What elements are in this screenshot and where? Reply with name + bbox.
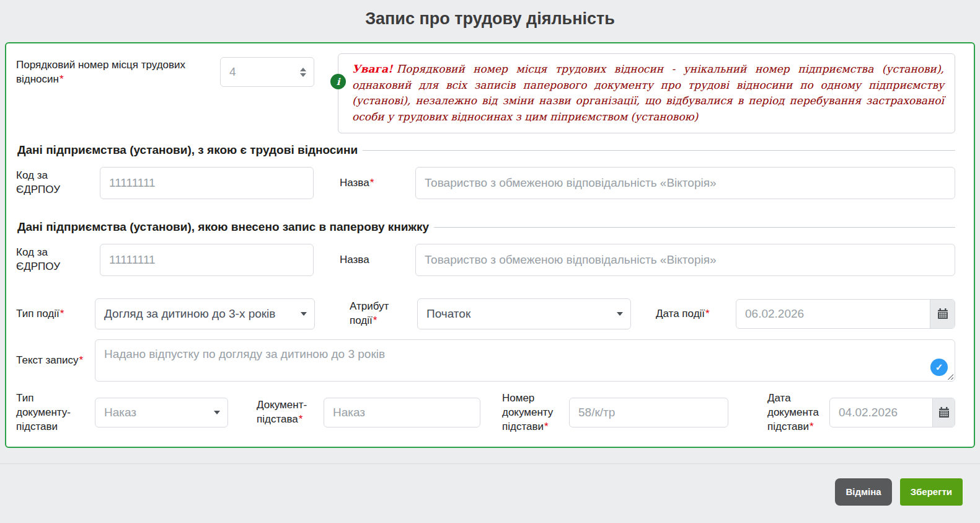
record-text-label-text: Текст запису bbox=[16, 354, 78, 366]
spinner-down-icon[interactable] bbox=[300, 73, 306, 77]
edrpou-input[interactable] bbox=[109, 253, 306, 267]
name-input[interactable] bbox=[425, 253, 947, 267]
doc-base-field[interactable] bbox=[324, 398, 480, 427]
required-marker: * bbox=[544, 421, 549, 432]
event-type-label: Тип події* bbox=[16, 307, 86, 321]
seq-number-label-text: Порядковий номер місця трудових відносин bbox=[16, 59, 185, 85]
number-spinner[interactable] bbox=[300, 68, 306, 77]
doc-date-calendar-button[interactable] bbox=[932, 398, 955, 427]
edrpou-field[interactable] bbox=[100, 244, 314, 276]
event-type-label-text: Тип події bbox=[16, 308, 60, 320]
name-field[interactable] bbox=[415, 244, 955, 276]
event-date-group bbox=[736, 299, 955, 329]
employer-writer-row: Код за ЄДРПОУ Назва bbox=[16, 244, 955, 276]
save-button[interactable]: Зберегти bbox=[900, 478, 963, 506]
event-date-input[interactable] bbox=[736, 300, 930, 328]
event-type-value: Догляд за дитиною до 3-х років bbox=[104, 307, 275, 321]
doc-date-input[interactable] bbox=[830, 398, 932, 427]
required-marker: * bbox=[60, 73, 64, 85]
record-text-area[interactable]: Надано відпустку по догляду за дитиною д… bbox=[95, 339, 955, 382]
employment-record-form: Порядковий номер місця трудових відносин… bbox=[5, 42, 975, 448]
cancel-button[interactable]: Відміна bbox=[835, 478, 891, 506]
name-field[interactable] bbox=[415, 167, 955, 199]
required-marker: * bbox=[370, 177, 374, 189]
event-date-calendar-button[interactable] bbox=[930, 300, 955, 328]
sequence-row: Порядковий номер місця трудових відносин… bbox=[16, 53, 955, 133]
calendar-icon bbox=[937, 308, 948, 320]
event-attribute-label: Атрибут події* bbox=[350, 300, 409, 328]
edrpou-label: Код за ЄДРПОУ bbox=[16, 169, 86, 197]
warning-box: Увага!Порядковий номер місця трудових ві… bbox=[338, 53, 955, 133]
edrpou-input[interactable] bbox=[109, 176, 306, 190]
doc-number-label: Номер документу підстави* bbox=[502, 391, 562, 434]
event-row: Тип події* Догляд за дитиною до 3-х рокі… bbox=[16, 298, 955, 329]
required-marker: * bbox=[705, 308, 710, 320]
required-marker: * bbox=[79, 354, 83, 366]
name-label-text: Назва bbox=[340, 177, 369, 189]
warning-prefix: Увага! bbox=[352, 63, 393, 75]
warning-text: Порядковий номер місця трудових відносин… bbox=[352, 63, 944, 123]
doc-date-label: Дата документа підстави* bbox=[767, 391, 823, 434]
chevron-down-icon bbox=[617, 312, 623, 316]
doc-type-select[interactable]: Наказ bbox=[95, 398, 228, 427]
chevron-down-icon bbox=[301, 312, 307, 316]
event-attribute-select[interactable]: Початок bbox=[417, 298, 631, 329]
seq-number-field[interactable] bbox=[220, 57, 314, 87]
employer-writer-fieldset: Дані підприємства (установи), якою внесе… bbox=[16, 220, 955, 287]
required-marker: * bbox=[60, 308, 64, 320]
document-row: Тип документу-підстави Наказ Документ-пі… bbox=[16, 391, 955, 434]
record-text-wrap: Надано відпустку по догляду за дитиною д… bbox=[95, 339, 955, 382]
required-marker: * bbox=[299, 413, 303, 425]
event-date-label-text: Дата події bbox=[656, 308, 705, 320]
action-bar: Відміна Зберегти bbox=[0, 464, 980, 506]
check-badge-icon: ✓ bbox=[930, 359, 948, 376]
record-text-row: Текст запису* Надано відпустку по догляд… bbox=[16, 339, 955, 382]
seq-number-label: Порядковий номер місця трудових відносин… bbox=[16, 53, 205, 87]
doc-number-field[interactable] bbox=[569, 398, 728, 427]
event-date-label: Дата події* bbox=[656, 307, 729, 321]
doc-base-input[interactable] bbox=[333, 406, 472, 419]
edrpou-field[interactable] bbox=[100, 167, 314, 199]
name-label: Назва bbox=[340, 253, 399, 267]
required-marker: * bbox=[810, 421, 814, 432]
employer-writer-legend: Дані підприємства (установи), якою внесе… bbox=[16, 220, 434, 234]
event-attribute-label-text: Атрибут події bbox=[350, 300, 389, 326]
info-icon: i bbox=[330, 74, 346, 89]
required-marker: * bbox=[373, 315, 377, 326]
employer-current-row: Код за ЄДРПОУ Назва* bbox=[16, 167, 955, 199]
page-title: Запис про трудову діяльність bbox=[0, 0, 980, 42]
name-label: Назва* bbox=[340, 176, 399, 190]
calendar-icon bbox=[938, 407, 950, 418]
doc-number-input[interactable] bbox=[578, 406, 720, 419]
employer-current-fieldset: Дані підприємства (установи), з якою є т… bbox=[16, 143, 955, 210]
seq-number-input[interactable] bbox=[229, 65, 300, 79]
event-attribute-value: Початок bbox=[426, 307, 470, 321]
spinner-up-icon[interactable] bbox=[300, 68, 306, 71]
employer-current-legend: Дані підприємства (установи), з якою є т… bbox=[16, 143, 363, 157]
chevron-down-icon bbox=[214, 411, 220, 414]
doc-base-label: Документ-підстава* bbox=[257, 398, 316, 427]
name-input[interactable] bbox=[425, 176, 947, 190]
doc-date-group bbox=[829, 398, 955, 427]
record-text-label: Текст запису* bbox=[16, 354, 86, 368]
doc-type-value: Наказ bbox=[104, 406, 136, 419]
warning-area: i Увага!Порядковий номер місця трудових … bbox=[328, 53, 955, 133]
event-type-select[interactable]: Догляд за дитиною до 3-х років bbox=[95, 298, 315, 329]
edrpou-label: Код за ЄДРПОУ bbox=[16, 246, 86, 274]
doc-type-label: Тип документу-підстави bbox=[16, 391, 86, 434]
